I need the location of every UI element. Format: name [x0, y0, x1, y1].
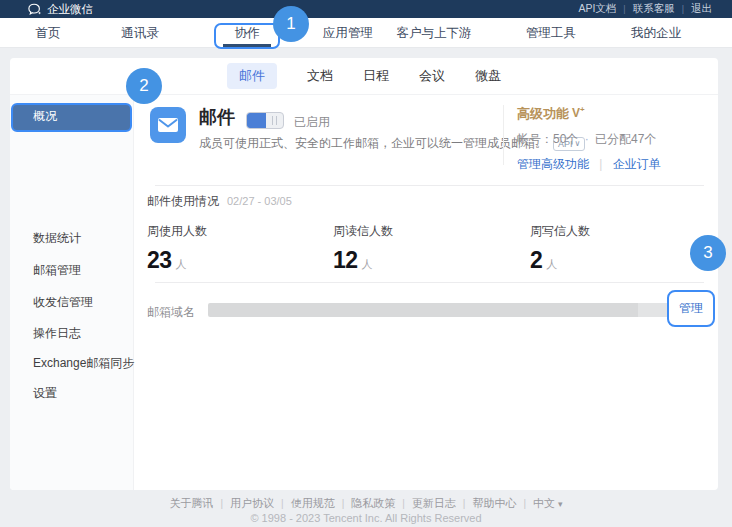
stat-weekly-readers: 周读信人数 12 人: [333, 223, 393, 274]
stat-value-row: 12 人: [333, 247, 393, 274]
contact-support-link[interactable]: 联系客服: [633, 2, 675, 16]
topbar-links: API文档 | 联系客服 | 退出: [578, 2, 712, 16]
footer-about-tencent[interactable]: 关于腾讯: [169, 496, 213, 511]
footer-changelog[interactable]: 更新日志: [412, 496, 456, 511]
stat-weekly-writers: 周写信人数 2 人: [530, 223, 590, 274]
footer-usage-rules[interactable]: 使用规范: [291, 496, 335, 511]
stat-label: 周使用人数: [147, 223, 207, 240]
stat-value: 23: [147, 247, 172, 274]
premium-accounts: 帐号：50个: [517, 132, 578, 146]
separator: |: [682, 4, 684, 14]
premium-links-row: 管理高级功能 | 企业订单: [517, 156, 717, 173]
separator: |: [463, 498, 466, 509]
language-selector[interactable]: 中文: [533, 496, 563, 511]
footer-privacy-policy[interactable]: 隐私政策: [351, 496, 395, 511]
annotation-marker-3: 3: [690, 235, 726, 271]
stat-unit: 人: [176, 257, 187, 272]
tab-calendar[interactable]: 日程: [363, 67, 389, 85]
manage-domain-button[interactable]: 管理: [679, 300, 703, 317]
separator: |: [402, 498, 405, 509]
stat-label: 周写信人数: [530, 223, 590, 240]
footer-links: 关于腾讯 | 用户协议 | 使用规范 | 隐私政策 | 更新日志 | 帮助中心 …: [0, 496, 732, 511]
premium-section: 高级功能 帐号：50个 · 已分配47个 管理高级功能 | 企业订单: [517, 105, 717, 173]
brand-logo[interactable]: 企业微信: [28, 2, 93, 17]
content-panel: 邮件 文档 日程 会议 微盘 概况 数据统计 邮箱管理 收发信管理 操作日志 E…: [10, 58, 718, 490]
tab-mail[interactable]: 邮件: [227, 63, 277, 89]
active-nav-underline: [223, 44, 271, 47]
sidebar-item-exchange-sync[interactable]: Exchange邮箱同步: [10, 354, 134, 372]
nav-my-company[interactable]: 我的企业: [631, 18, 681, 48]
stat-weekly-users: 周使用人数 23 人: [147, 223, 207, 274]
nav-app-management[interactable]: 应用管理: [323, 18, 373, 48]
brand-name: 企业微信: [47, 2, 93, 17]
usage-title: 邮件使用情况: [147, 193, 219, 210]
tab-meeting[interactable]: 会议: [419, 67, 445, 85]
tab-docs[interactable]: 文档: [307, 67, 333, 85]
top-bar: 企业微信 API文档 | 联系客服 | 退出: [0, 0, 732, 18]
sub-tab-bar: 邮件 文档 日程 会议 微盘: [10, 58, 718, 95]
enabled-status-label: 已启用: [294, 114, 330, 131]
app-title: 邮件: [199, 105, 235, 129]
usage-date-range: 02/27 - 03/05: [227, 195, 292, 207]
mail-app-icon: [150, 107, 186, 143]
premium-title-row: 高级功能: [517, 105, 717, 123]
stat-unit: 人: [546, 257, 557, 272]
mail-enabled-toggle[interactable]: [246, 112, 284, 129]
stat-value-row: 2 人: [530, 247, 590, 274]
dot-separator: ·: [585, 132, 589, 146]
stat-value: 2: [530, 247, 542, 274]
separator: |: [342, 498, 345, 509]
stat-unit: 人: [362, 257, 373, 272]
footer-help-center[interactable]: 帮助中心: [472, 496, 516, 511]
wecom-admin-screen: 企业微信 API文档 | 联系客服 | 退出 首页 通讯录 协作 应用管理 客户…: [0, 0, 732, 527]
mail-domain-label: 邮箱域名: [147, 304, 195, 321]
sidebar-item-mailbox-management[interactable]: 邮箱管理: [10, 261, 134, 279]
wecom-bubble-icon: [28, 3, 42, 16]
logout-link[interactable]: 退出: [691, 2, 712, 16]
sidebar: 概况 数据统计 邮箱管理 收发信管理 操作日志 Exchange邮箱同步 设置: [10, 95, 134, 490]
vip-plus-icon: [572, 105, 585, 120]
separator: |: [523, 498, 526, 509]
nav-home[interactable]: 首页: [36, 18, 61, 48]
footer-user-agreement[interactable]: 用户协议: [230, 496, 274, 511]
usage-header: 邮件使用情况 02/27 - 03/05: [147, 193, 292, 210]
stat-value-row: 23 人: [147, 247, 207, 274]
sidebar-item-statistics[interactable]: 数据统计: [10, 229, 134, 247]
separator: |: [281, 498, 284, 509]
toggle-knob: [266, 113, 283, 128]
tab-drive[interactable]: 微盘: [475, 67, 501, 85]
app-description: 成员可使用正式、安全的工作邮箱，企业可以统一管理成员邮箱。: [199, 135, 547, 152]
sidebar-item-overview[interactable]: 概况: [11, 103, 132, 132]
separator: |: [623, 4, 625, 14]
sidebar-item-settings[interactable]: 设置: [10, 384, 134, 402]
main-nav: 首页 通讯录 协作 应用管理 客户与上下游 管理工具 我的企业: [0, 18, 732, 48]
sidebar-item-operation-log[interactable]: 操作日志: [10, 324, 134, 342]
header-vertical-divider: [503, 105, 504, 165]
toggle-on-track: [247, 113, 266, 128]
main-content: 邮件 已启用 成员可使用正式、安全的工作邮箱，企业可以统一管理成员邮箱。 API…: [135, 95, 718, 490]
annotation-marker-1: 1: [273, 6, 309, 42]
copyright-text: © 1998 - 2023 Tencent Inc. All Rights Re…: [0, 512, 732, 524]
premium-assigned: 已分配47个: [595, 132, 656, 146]
separator: |: [220, 498, 223, 509]
manage-premium-link[interactable]: 管理高级功能: [517, 157, 589, 171]
divider: [155, 185, 704, 186]
nav-contacts[interactable]: 通讯录: [121, 18, 159, 48]
stat-value: 12: [333, 247, 358, 274]
premium-title: 高级功能: [517, 105, 569, 123]
sidebar-item-send-receive[interactable]: 收发信管理: [10, 293, 134, 311]
mail-domain-redacted-value: [208, 303, 675, 317]
annotation-box-manage: 管理: [667, 290, 715, 327]
company-orders-link[interactable]: 企业订单: [613, 157, 661, 171]
premium-accounts-row: 帐号：50个 · 已分配47个: [517, 131, 717, 148]
separator: |: [599, 157, 602, 171]
divider: [155, 282, 704, 283]
api-docs-link[interactable]: API文档: [578, 2, 616, 16]
nav-admin-tools[interactable]: 管理工具: [526, 18, 576, 48]
stat-label: 周读信人数: [333, 223, 393, 240]
annotation-marker-2: 2: [126, 68, 162, 104]
nav-customers[interactable]: 客户与上下游: [397, 18, 472, 48]
